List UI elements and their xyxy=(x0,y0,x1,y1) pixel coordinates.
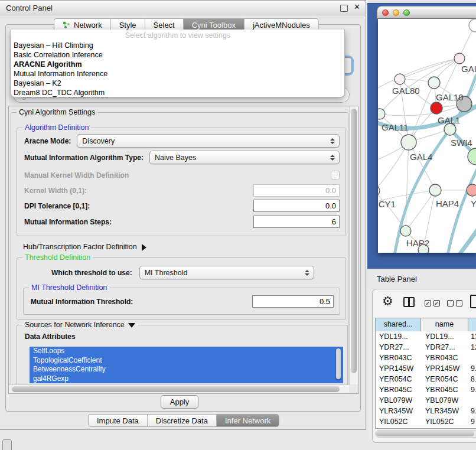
table-horizontal-scrollbar[interactable] xyxy=(375,430,476,438)
which-threshold-combobox[interactable]: MI Threshold xyxy=(139,266,314,279)
network-graph-icon xyxy=(63,21,71,29)
node-gal80[interactable] xyxy=(395,74,405,84)
float-panel-icon[interactable] xyxy=(340,5,348,12)
tab-infer-network[interactable]: Infer Network xyxy=(217,414,279,427)
sources-group: Sources for Network Inference Data Attri… xyxy=(17,325,348,389)
hub-definition-label: Hub/Transcription Factor Definition xyxy=(23,243,137,251)
threshold-definition-group: Threshold Definition Which threshold to … xyxy=(17,257,346,320)
node-partial[interactable] xyxy=(469,19,476,32)
list-scrollbar-thumb[interactable] xyxy=(336,348,341,379)
tab-impute-data[interactable]: Impute Data xyxy=(88,414,148,427)
minimize-window-icon[interactable] xyxy=(393,9,399,16)
table-row[interactable]: YBR045CYBR045C9. xyxy=(376,384,476,395)
mi-threshold-group: MI Threshold Definition Mutual Informati… xyxy=(23,288,340,315)
network-view-canvas[interactable]: GAL GAL80 GAL10 GAL1 GAL11 SWI4 GAL4 GCY… xyxy=(378,19,476,253)
dropdown-item-aracne[interactable]: ARACNE Algorithm xyxy=(11,60,344,69)
checkbox-unchecked-icon[interactable] xyxy=(447,300,454,306)
threshold-definition-title: Threshold Definition xyxy=(22,253,93,262)
list-item[interactable]: gal4RGexp xyxy=(30,374,343,384)
cyni-mode-tabs: Impute Data Discretize Data Infer Networ… xyxy=(88,414,279,427)
tab-discretize-data[interactable]: Discretize Data xyxy=(148,414,217,427)
checkbox-unchecked-icon[interactable] xyxy=(456,300,462,306)
table-row[interactable]: YER054CYER054C8. xyxy=(376,374,476,384)
dropdown-item-bayesian-k2[interactable]: Bayesian – K2 xyxy=(11,79,344,88)
mi-steps-field[interactable]: 6 xyxy=(253,216,340,228)
network-graph: GAL GAL80 GAL10 GAL1 GAL11 SWI4 GAL4 GCY… xyxy=(378,19,476,253)
node-gal1[interactable] xyxy=(431,102,442,114)
file-icon[interactable] xyxy=(470,295,476,308)
list-item[interactable]: BetweennessCentrality xyxy=(30,365,343,374)
collapse-arrow-icon xyxy=(128,323,135,328)
table-header-row: shared... name xyxy=(376,318,476,331)
mi-threshold-field[interactable]: 0.5 xyxy=(252,295,334,308)
table-row[interactable]: YBL079WYBL079W xyxy=(376,395,476,406)
cyni-settings-scrollpane: Cyni Algorithm Settings Algorithm Defini… xyxy=(8,106,358,394)
control-panel: Control Panel ✕ Network Style Select Cyn… xyxy=(0,0,366,430)
close-window-icon[interactable] xyxy=(382,9,389,16)
data-attributes-list[interactable]: SelfLoops TopologicalCoefficient Between… xyxy=(30,347,343,383)
which-threshold-value: MI Threshold xyxy=(145,269,188,277)
table-toolbar: ⚙ ✓ ✓ xyxy=(373,289,476,317)
aracne-mode-combobox[interactable]: Discovery xyxy=(77,134,340,148)
maximize-window-icon[interactable] xyxy=(403,9,410,16)
table-row[interactable]: YDL19...YDL19...13 xyxy=(376,331,476,342)
sources-group-title[interactable]: Sources for Network Inference xyxy=(22,321,138,329)
node-gcy1[interactable] xyxy=(378,185,380,196)
list-scrollbar[interactable] xyxy=(335,348,341,381)
apply-button[interactable]: Apply xyxy=(161,395,198,409)
close-panel-icon[interactable]: ✕ xyxy=(354,2,360,11)
node-label: GAL1 xyxy=(438,115,460,125)
checkbox-checked-icon[interactable]: ✓ xyxy=(425,300,431,306)
column-header-name[interactable]: name xyxy=(421,318,468,331)
mi-algorithm-type-combobox[interactable]: Naive Bayes xyxy=(149,151,340,164)
node-salmon[interactable] xyxy=(467,184,476,196)
columns-icon[interactable] xyxy=(403,297,415,307)
settings-horizontal-scrollbar[interactable] xyxy=(9,384,349,393)
column-header-shared[interactable]: shared... xyxy=(376,318,421,331)
nodes xyxy=(378,19,476,253)
table-panel-title: Table Panel xyxy=(377,275,417,283)
checkbox-checked-icon[interactable]: ✓ xyxy=(433,300,440,306)
node-hap4[interactable] xyxy=(429,184,441,196)
network-window-titlebar[interactable] xyxy=(377,6,476,19)
list-item[interactable]: TopologicalCoefficient xyxy=(30,356,343,366)
dpi-tolerance-label: DPI Tolerance [0,1]: xyxy=(24,202,90,210)
node-swi4[interactable] xyxy=(444,123,456,135)
settings-vertical-scrollbar[interactable] xyxy=(349,106,358,384)
vertical-scrollbar-thumb[interactable] xyxy=(351,109,357,373)
node-gal10[interactable] xyxy=(428,77,440,89)
dropdown-item-bayesian-hill[interactable]: Bayesian – Hill Climbing xyxy=(11,41,344,50)
horizontal-scrollbar-thumb[interactable] xyxy=(12,386,340,392)
table-row[interactable]: YLR345WYLR345W9. xyxy=(376,406,476,416)
list-item[interactable]: SelfLoops xyxy=(30,347,343,356)
table-row[interactable]: YBR043CYBR043C xyxy=(376,353,476,363)
node-gal7[interactable] xyxy=(454,53,465,64)
node-gal4[interactable] xyxy=(401,135,416,150)
table-row[interactable]: YDR27...YDR27...12 xyxy=(376,342,476,353)
dpi-tolerance-field[interactable]: 0.0 xyxy=(253,200,340,212)
table-row[interactable]: YIL052CYIL052C9 xyxy=(376,416,476,427)
dropdown-item-dream8[interactable]: Dream8 DC_TDC Algorithm xyxy=(11,88,344,97)
tab-network-label: Network xyxy=(74,21,102,30)
kernel-width-field[interactable]: 0.0 xyxy=(253,184,340,197)
mi-steps-label: Mutual Information Steps: xyxy=(24,218,112,226)
hub-definition-expander[interactable]: Hub/Transcription Factor Definition xyxy=(23,243,146,251)
dropdown-item-basic-correlation[interactable]: Basic Correlation Inference xyxy=(11,50,344,60)
table-row[interactable]: YPR145WYPR145W9. xyxy=(376,363,476,374)
gear-icon[interactable]: ⚙ xyxy=(382,294,393,308)
mi-type-value: Naive Bayes xyxy=(155,154,196,162)
manual-kernel-label: Manual Kernel Width Definition xyxy=(24,171,129,180)
network-desktop: GAL GAL80 GAL10 GAL1 GAL11 SWI4 GAL4 GCY… xyxy=(367,3,476,269)
manual-kernel-checkbox[interactable] xyxy=(331,171,340,180)
node-label: GCY1 xyxy=(378,199,396,209)
node-hap2[interactable] xyxy=(400,226,411,236)
table-scrollbar-thumb[interactable] xyxy=(376,431,474,436)
cyni-algorithm-settings-title: Cyni Algorithm Settings xyxy=(17,108,97,116)
column-header-partial[interactable] xyxy=(468,318,476,331)
dropdown-item-mutual-information[interactable]: Mutual Information Inference xyxy=(11,69,344,79)
restore-panel-icon[interactable] xyxy=(2,439,12,450)
mi-type-label: Mutual Information Algorithm Type: xyxy=(24,154,144,162)
data-attributes-label: Data Attributes xyxy=(25,332,76,341)
node-gal11[interactable] xyxy=(378,109,385,119)
node-label: GAL11 xyxy=(382,122,409,132)
